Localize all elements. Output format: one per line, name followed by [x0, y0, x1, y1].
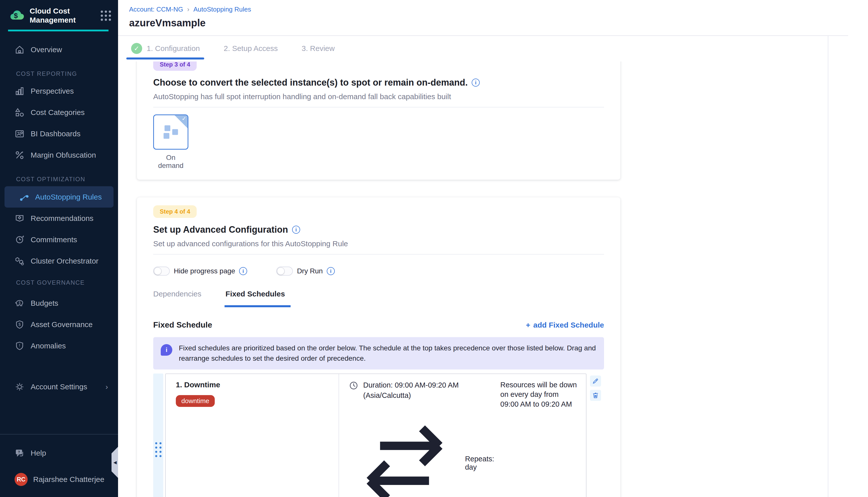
sidebar-item-anomalies[interactable]: ! Anomalies	[0, 335, 118, 356]
step3-subtitle: AutoStopping has full spot interruption …	[153, 93, 604, 101]
repeats-line: Repeats: day	[349, 407, 497, 497]
info-icon[interactable]: i	[292, 226, 300, 234]
wizard-tabs: ✓ 1. Configuration 2. Setup Access 3. Re…	[118, 36, 848, 61]
sidebar-item-cost-categories[interactable]: Cost Categories	[0, 102, 118, 123]
step3-badge: Step 3 of 4	[153, 61, 197, 71]
recommendations-icon	[15, 213, 25, 223]
sidebar-item-asset-governance[interactable]: $ Asset Governance	[0, 314, 118, 335]
breadcrumb: Account: CCM-NG › AutoStopping Rules	[129, 5, 848, 13]
bar-chart-icon	[15, 86, 25, 96]
collapse-arrow-icon: ◀	[113, 460, 116, 465]
tab-dependencies[interactable]: Dependencies	[153, 290, 201, 307]
svg-text:?: ?	[18, 450, 20, 454]
content-right-border	[828, 36, 828, 497]
tab-fixed-schedules[interactable]: Fixed Schedules	[225, 290, 291, 307]
shield-dollar-icon: $	[15, 320, 25, 330]
edit-schedule-button[interactable]	[590, 375, 601, 386]
schedule-name-cell: 1. Downtime downtime	[166, 374, 339, 497]
step3-card: Step 3 of 4 Choose to convert the select…	[137, 61, 620, 180]
cloud-cost-logo-icon: $	[9, 9, 25, 23]
percent-icon	[15, 150, 25, 160]
sidebar-item-cluster-orchestrator[interactable]: Cluster Orchestrator	[0, 250, 118, 272]
sidebar-item-autostopping-rules[interactable]: AutoStopping Rules	[4, 186, 113, 208]
avatar: RC	[15, 473, 28, 486]
priority-info-banner: i Fixed schedules are prioritized based …	[153, 337, 604, 369]
add-fixed-schedule-button[interactable]: + add Fixed Schedule	[526, 321, 604, 329]
duration-line: Duration: 09:00 AM-09:20 AM (Asia/Calcut…	[349, 380, 497, 401]
svg-text:$: $	[14, 12, 18, 19]
tab-review[interactable]: 3. Review	[302, 44, 335, 53]
tab-setup-access[interactable]: 2. Setup Access	[224, 44, 278, 53]
delete-schedule-button[interactable]	[590, 390, 601, 401]
on-demand-option: ✓ On demand	[153, 114, 188, 170]
repeats-text: Repeats: day	[465, 455, 497, 471]
shapes-icon	[15, 108, 25, 117]
schedule-details-cell: Duration: 09:00 AM-09:20 AM (Asia/Calcut…	[339, 374, 497, 497]
advanced-config-tabs: Dependencies Fixed Schedules	[153, 290, 604, 307]
module-grid-icon[interactable]	[101, 11, 111, 21]
breadcrumb-separator-icon: ›	[187, 5, 190, 13]
repeat-icon	[349, 407, 460, 497]
sidebar-divider	[0, 434, 118, 435]
drag-dots-icon	[155, 442, 162, 457]
dry-run-toggle-group: Dry Run i	[276, 267, 335, 275]
step4-subtitle: Set up advanced configurations for this …	[153, 240, 604, 248]
divider	[153, 107, 604, 108]
sidebar-item-bi-dashboards[interactable]: BI Dashboards	[0, 123, 118, 144]
duration-text: Duration: 09:00 AM-09:20 AM	[363, 380, 459, 390]
advanced-toggles: Hide progress page i Dry Run i	[153, 267, 604, 275]
sidebar-item-recommendations[interactable]: Recommendations	[0, 208, 118, 229]
hide-progress-toggle[interactable]	[153, 267, 170, 275]
user-profile[interactable]: RC Rajarshee Chatterjee	[0, 469, 118, 490]
banner-text: Fixed schedules are prioritized based on…	[179, 343, 597, 364]
sidebar-accent-rule	[8, 30, 109, 31]
user-name: Rajarshee Chatterjee	[33, 475, 104, 484]
gear-icon	[15, 382, 25, 392]
home-icon	[15, 45, 25, 55]
schedule-row: 1. Downtime downtime Duration: 09:00 AM-…	[153, 373, 604, 497]
drag-handle[interactable]	[153, 373, 163, 497]
step4-title: Set up Advanced Configuration i	[153, 224, 604, 235]
wizard-scroll-area[interactable]: Step 3 of 4 Choose to convert the select…	[118, 61, 828, 497]
sidebar-item-overview[interactable]: Overview	[0, 39, 118, 60]
step4-card: Step 4 of 4 Set up Advanced Configuratio…	[137, 197, 620, 497]
sidebar-item-margin-obfuscation[interactable]: Margin Obfuscation	[0, 144, 118, 166]
main-content: Account: CCM-NG › AutoStopping Rules azu…	[118, 0, 848, 497]
sidebar-item-account-settings[interactable]: Account Settings ›	[0, 376, 118, 397]
sidebar-header: $ Cloud Cost Management	[9, 6, 111, 25]
tab-configuration[interactable]: ✓ 1. Configuration	[131, 43, 200, 54]
pencil-icon	[592, 378, 599, 385]
step3-title: Choose to convert the selected instance(…	[153, 77, 604, 88]
schedule-name: 1. Downtime	[176, 381, 328, 389]
schedule-card: 1. Downtime downtime Duration: 09:00 AM-…	[165, 373, 586, 497]
dry-run-toggle[interactable]	[276, 267, 293, 275]
section-label-cost-governance: COST GOVERNANCE	[16, 279, 85, 286]
info-icon[interactable]: i	[239, 267, 247, 275]
sidebar-item-commitments[interactable]: Commitments	[0, 229, 118, 250]
sidebar-item-help[interactable]: ? Help	[0, 442, 118, 464]
page-header: Account: CCM-NG › AutoStopping Rules azu…	[118, 0, 848, 36]
clock-history-icon	[15, 235, 25, 245]
info-bubble-icon: i	[161, 344, 172, 356]
schedule-actions	[590, 373, 604, 497]
svg-text:$: $	[18, 301, 20, 304]
piggy-bank-icon: $	[15, 298, 25, 308]
fixed-schedule-title: Fixed Schedule	[153, 320, 212, 330]
on-demand-tile[interactable]: ✓	[153, 114, 188, 150]
breadcrumb-account-link[interactable]: Account: CCM-NG	[129, 5, 183, 13]
info-icon[interactable]: i	[472, 79, 480, 87]
chevron-right-icon: ›	[106, 383, 108, 391]
help-chat-icon: ?	[15, 448, 25, 458]
info-icon[interactable]: i	[327, 267, 335, 275]
sidebar-item-budgets[interactable]: $ Budgets	[0, 293, 118, 314]
breadcrumb-page-link[interactable]: AutoStopping Rules	[193, 5, 251, 13]
page-title: azureVmsample	[129, 17, 848, 29]
hide-progress-label: Hide progress page	[174, 267, 235, 275]
sidebar-item-perspectives[interactable]: Perspectives	[0, 80, 118, 102]
sidebar: $ Cloud Cost Management Overview COST RE…	[0, 0, 118, 497]
divider	[153, 254, 604, 255]
trash-icon	[592, 392, 599, 399]
plus-icon: +	[526, 321, 530, 329]
timezone-text: (Asia/Calcutta)	[363, 390, 459, 401]
schedule-description: Resources will be down on every day from…	[497, 374, 586, 497]
